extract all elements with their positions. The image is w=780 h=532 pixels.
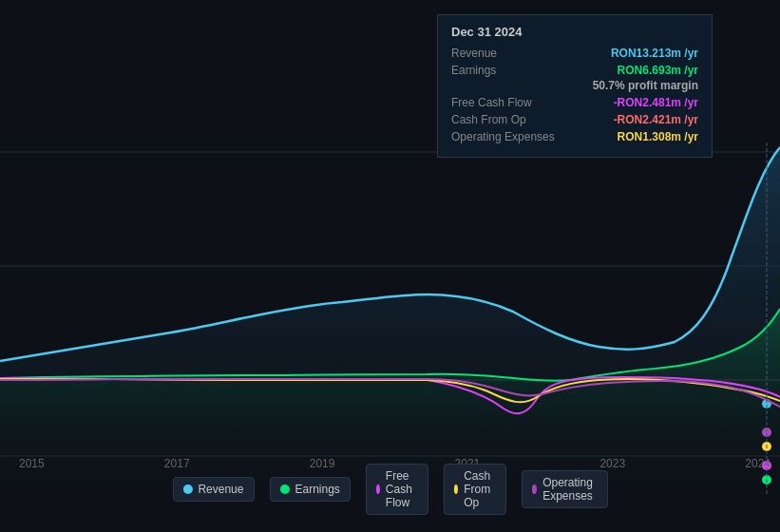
tooltip-label-fcf: Free Cash Flow bbox=[451, 96, 532, 109]
legend-label-opex: Operating Expenses bbox=[542, 476, 597, 503]
legend-item-cfo[interactable]: Cash From Op bbox=[444, 464, 506, 515]
legend-item-earnings[interactable]: Earnings bbox=[269, 477, 350, 502]
tooltip-row-cfo: Cash From Op -RON2.421m /yr bbox=[451, 113, 698, 126]
legend-item-opex[interactable]: Operating Expenses bbox=[522, 470, 608, 508]
chart-svg bbox=[0, 142, 780, 494]
x-label-2015: 2015 bbox=[19, 457, 45, 470]
legend-dot-earnings bbox=[279, 484, 289, 494]
tooltip-row-opex: Operating Expenses RON1.308m /yr bbox=[451, 130, 698, 143]
tooltip-value-fcf: -RON2.481m /yr bbox=[614, 96, 698, 109]
legend-item-revenue[interactable]: Revenue bbox=[172, 477, 254, 502]
legend-label-earnings: Earnings bbox=[295, 483, 339, 496]
legend-dot-cfo bbox=[454, 484, 458, 494]
legend-label-cfo: Cash From Op bbox=[464, 469, 496, 509]
x-label-2024: 2024 bbox=[745, 457, 770, 470]
tooltip-row-fcf: Free Cash Flow -RON2.481m /yr bbox=[451, 96, 698, 109]
legend-dot-opex bbox=[532, 484, 537, 494]
chart-container: Dec 31 2024 Revenue RON13.213m /yr Earni… bbox=[0, 0, 780, 532]
tooltip-card: Dec 31 2024 Revenue RON13.213m /yr Earni… bbox=[437, 14, 713, 158]
tooltip-label-opex: Operating Expenses bbox=[451, 130, 555, 143]
legend-item-fcf[interactable]: Free Cash Flow bbox=[366, 464, 428, 515]
tooltip-label-earnings: Earnings bbox=[451, 64, 496, 77]
tooltip-profit-margin: 50.7% profit margin bbox=[593, 79, 698, 92]
legend-dot-revenue bbox=[182, 484, 192, 494]
tooltip-label-revenue: Revenue bbox=[451, 47, 497, 60]
legend-label-revenue: Revenue bbox=[198, 483, 243, 496]
chart-legend: Revenue Earnings Free Cash Flow Cash Fro… bbox=[172, 464, 607, 515]
tooltip-value-earnings: RON6.693m /yr bbox=[618, 64, 698, 77]
tooltip-date: Dec 31 2024 bbox=[451, 25, 698, 39]
legend-dot-fcf bbox=[376, 484, 380, 494]
tooltip-row-earnings: Earnings RON6.693m /yr bbox=[451, 64, 698, 77]
legend-label-fcf: Free Cash Flow bbox=[386, 469, 418, 509]
tooltip-label-cfo: Cash From Op bbox=[451, 113, 526, 126]
tooltip-row-revenue: Revenue RON13.213m /yr bbox=[451, 47, 698, 60]
tooltip-value-revenue: RON13.213m /yr bbox=[611, 47, 698, 60]
tooltip-value-cfo: -RON2.421m /yr bbox=[614, 113, 698, 126]
tooltip-profit-margin-row: 50.7% profit margin bbox=[451, 79, 698, 92]
tooltip-value-opex: RON1.308m /yr bbox=[618, 130, 698, 143]
